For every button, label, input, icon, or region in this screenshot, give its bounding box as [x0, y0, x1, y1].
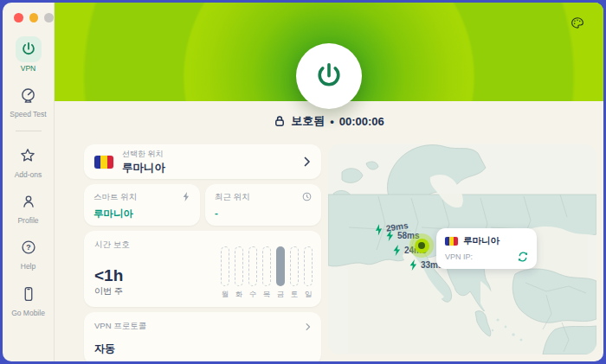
chevron-right-icon	[304, 156, 311, 167]
location-pair: 스마트 위치 루마니아 최근 위치	[84, 184, 321, 226]
smart-location-card[interactable]: 스마트 위치 루마니아	[84, 184, 200, 226]
dashboard-content: 선택한 위치 루마니아 스마트 위치	[55, 129, 603, 361]
star-icon	[15, 143, 41, 169]
lightning-icon	[385, 230, 395, 241]
close-button[interactable]	[14, 13, 23, 22]
status-bar: 보호됨 • 00:00:06	[55, 113, 603, 129]
power-icon	[313, 61, 345, 92]
romania-flag	[94, 156, 113, 169]
weekly-bar	[304, 246, 313, 286]
day-label: 월	[222, 290, 229, 300]
sidebar-item-speed-test[interactable]: Speed Test	[10, 82, 46, 118]
speedometer-icon	[15, 82, 41, 108]
chevron-right-icon	[306, 322, 311, 331]
vpn-protocol-value: 자동	[94, 342, 311, 356]
vpn-protocol-card[interactable]: VPN 프로토콜 자동	[84, 312, 321, 361]
minimize-button[interactable]	[29, 13, 39, 22]
person-icon	[16, 188, 42, 214]
sidebar-item-label: Help	[21, 263, 35, 271]
weekly-bar	[235, 246, 243, 286]
lightning-icon	[373, 223, 384, 236]
main-panel: 보호됨 • 00:00:06 선택한 위치 루마니아	[55, 3, 603, 361]
lightning-icon	[392, 245, 402, 256]
weekly-bar	[221, 246, 229, 286]
lightning-icon	[409, 259, 418, 271]
sidebar-item-label: Profile	[17, 217, 38, 225]
sidebar-nav: VPN Speed Test Add-ons Profile	[3, 36, 54, 317]
day-label: 화	[235, 290, 243, 300]
lock-icon	[274, 115, 286, 127]
recent-location-label: 최근 위치	[215, 192, 250, 203]
selected-location-label: 선택한 위치	[122, 149, 165, 160]
traffic-lights	[14, 13, 54, 22]
palette-icon[interactable]	[570, 16, 585, 31]
bolt-icon	[182, 192, 190, 203]
weekly-bar	[290, 246, 299, 286]
selected-location-card[interactable]: 선택한 위치 루마니아	[84, 144, 321, 179]
tooltip-country: 루마니아	[463, 235, 500, 247]
status-separator: •	[330, 115, 334, 128]
sidebar-item-label: VPN	[21, 65, 35, 73]
recent-location-value: -	[215, 208, 312, 218]
app-window: VPN Speed Test Add-ons Profile	[3, 3, 603, 361]
time-protected-subtitle: 이번 주	[94, 285, 123, 297]
selected-location-value: 루마니아	[122, 161, 165, 176]
day-label: 목	[263, 290, 271, 300]
weekly-bar	[248, 246, 257, 286]
clock-icon	[302, 192, 312, 203]
sidebar: VPN Speed Test Add-ons Profile	[3, 3, 55, 361]
smart-location-value: 루마니아	[93, 208, 190, 220]
location-tooltip: 루마니아 VPN IP:	[436, 228, 537, 269]
sidebar-item-add-ons[interactable]: Add-ons	[15, 143, 42, 179]
sidebar-item-label: Speed Test	[10, 111, 46, 118]
weekly-bars: 월 화 수 목 금 토 일	[221, 246, 313, 300]
time-protected-card: 시간 보호 <1h 이번 주 월 화 수 목 금 토 일	[84, 231, 321, 307]
day-label: 금	[277, 290, 285, 300]
sidebar-item-help[interactable]: ? Help	[16, 234, 42, 271]
power-icon	[16, 36, 42, 62]
day-label: 수	[249, 290, 257, 300]
phone-icon	[16, 281, 42, 307]
time-protected-value: <1h	[94, 266, 123, 285]
sidebar-item-go-mobile[interactable]: Go Mobile	[11, 281, 45, 317]
smart-location-label: 스마트 위치	[93, 192, 137, 203]
day-label: 일	[305, 290, 313, 300]
svg-text:?: ?	[26, 243, 30, 252]
cards-column: 선택한 위치 루마니아 스마트 위치	[84, 144, 321, 361]
romania-flag	[445, 237, 458, 246]
refresh-icon[interactable]	[518, 252, 528, 262]
weekly-bar	[262, 246, 271, 286]
sidebar-item-label: Add-ons	[15, 171, 42, 179]
connected-location-dot	[409, 233, 434, 258]
sidebar-item-label: Go Mobile	[11, 310, 45, 317]
connection-banner	[55, 3, 603, 101]
day-label: 토	[291, 290, 299, 300]
power-button[interactable]	[296, 43, 362, 109]
zoom-button[interactable]	[44, 13, 54, 22]
help-icon: ?	[16, 234, 42, 260]
status-label: 보호됨	[291, 113, 325, 129]
tooltip-ip-label: VPN IP:	[445, 252, 473, 261]
sidebar-item-vpn[interactable]: VPN	[16, 36, 42, 73]
sidebar-item-profile[interactable]: Profile	[16, 188, 42, 225]
recent-location-card[interactable]: 최근 위치 -	[205, 184, 321, 226]
weekly-bar	[276, 246, 285, 286]
status-timer: 00:00:06	[339, 115, 384, 128]
vpn-protocol-label: VPN 프로토콜	[94, 321, 146, 332]
sidebar-divider	[16, 131, 42, 131]
europe-map: 29ms 58ms 24ms 33ms	[328, 144, 596, 354]
